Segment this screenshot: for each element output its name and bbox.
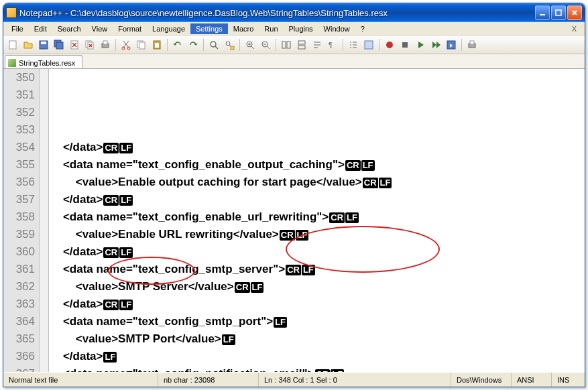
code-line[interactable]: <value>SMTP Port</value>LF	[49, 330, 585, 348]
sync-h-button[interactable]	[295, 38, 308, 52]
line-number: 361	[3, 261, 35, 278]
status-filetype: Normal text file	[3, 373, 158, 387]
tab-active[interactable]: StringTables.resx	[5, 55, 82, 68]
print-button[interactable]	[99, 38, 112, 52]
menu-edit[interactable]: Edit	[29, 23, 52, 34]
code-line[interactable]: </data>LF	[49, 348, 585, 365]
save-button[interactable]	[37, 38, 50, 52]
code-line[interactable]: <data name="text_config_smtp_port">LF	[49, 313, 585, 330]
menu-view[interactable]: View	[86, 23, 113, 34]
code-line[interactable]: <data name="text_config_smtp_server">CRL…	[49, 261, 585, 278]
editor[interactable]: 3503513523533543553563573583593603613623…	[3, 69, 585, 372]
menu-plugins[interactable]: Plugins	[284, 23, 318, 34]
wrap-button[interactable]	[310, 38, 324, 52]
save-macro-button[interactable]	[445, 38, 458, 52]
open-file-button[interactable]	[21, 38, 35, 52]
close-file-button[interactable]	[68, 38, 81, 52]
zoom-in-button[interactable]	[243, 38, 257, 52]
svg-rect-11	[103, 41, 107, 44]
line-number: 354	[3, 139, 35, 156]
code-line[interactable]: </data>CRLF	[49, 243, 585, 261]
code-line[interactable]: <data name="text_config_enable_url_rewri…	[49, 208, 585, 226]
save-all-button[interactable]	[52, 38, 66, 52]
code-area[interactable]: </data>CRLF <data name="text_config_enab…	[49, 69, 585, 372]
sync-v-button[interactable]	[280, 38, 293, 52]
svg-rect-4	[41, 42, 46, 44]
toolbar: ¶	[3, 36, 585, 54]
svg-rect-1	[556, 10, 561, 15]
line-number: 365	[3, 330, 35, 348]
code-line[interactable]: </data>CRLF	[49, 139, 585, 156]
code-line[interactable]: </data>CRLF	[49, 191, 585, 208]
svg-rect-30	[402, 42, 408, 48]
window: Notepad++ - C:\dev\dasblog\source\newtel…	[3, 3, 585, 387]
toolbar-separator	[343, 39, 343, 51]
svg-rect-2	[9, 41, 16, 49]
status-chars: nb char : 23098	[158, 373, 258, 387]
close-button[interactable]	[567, 5, 582, 20]
close-all-button[interactable]	[83, 38, 97, 52]
line-number: 357	[3, 191, 35, 208]
svg-rect-17	[155, 43, 159, 48]
minimize-button[interactable]	[535, 5, 550, 20]
menu-language[interactable]: Language	[147, 23, 190, 34]
maximize-button[interactable]	[551, 5, 566, 20]
code-line[interactable]: <data name="text_config_enable_output_ca…	[49, 156, 585, 174]
code-line[interactable]: </data>CRLF	[49, 296, 585, 313]
find-button[interactable]	[207, 38, 221, 52]
menu-macro[interactable]: Macro	[228, 23, 259, 34]
cut-button[interactable]	[119, 38, 133, 52]
record-macro-button[interactable]	[383, 38, 396, 52]
svg-text:¶: ¶	[329, 42, 332, 49]
all-chars-button[interactable]: ¶	[326, 38, 339, 52]
menu-help[interactable]: ?	[355, 23, 370, 34]
menu-settings[interactable]: Settings	[190, 23, 228, 34]
play-multi-button[interactable]	[429, 38, 443, 52]
tab-label: StringTables.resx	[19, 59, 75, 67]
copy-button[interactable]	[135, 38, 148, 52]
line-number: 351	[3, 86, 35, 104]
status-eol: Dos\Windows	[451, 373, 511, 387]
replace-button[interactable]	[223, 38, 236, 52]
window-title: Notepad++ - C:\dev\dasblog\source\newtel…	[19, 8, 535, 18]
status-insert-mode: INS	[551, 373, 585, 387]
svg-rect-6	[56, 42, 63, 49]
menu-file[interactable]: File	[6, 23, 29, 34]
svg-rect-0	[540, 14, 545, 15]
menu-run[interactable]: Run	[259, 23, 283, 34]
svg-rect-25	[298, 41, 305, 44]
line-number: 358	[3, 208, 35, 226]
menu-search[interactable]: Search	[52, 23, 86, 34]
svg-rect-33	[470, 41, 474, 44]
paste-button[interactable]	[150, 38, 164, 52]
menu-format[interactable]: Format	[113, 23, 147, 34]
code-line[interactable]: <value>Enable output caching for start p…	[49, 174, 585, 191]
toolbar-separator	[239, 39, 240, 51]
code-line[interactable]: <data name="text_config_notification_ema…	[49, 365, 585, 372]
file-icon	[8, 59, 16, 67]
indent-guide-button[interactable]	[347, 38, 360, 52]
statusbar: Normal text file nb char : 23098 Ln : 34…	[3, 372, 585, 387]
toolbar-separator	[379, 39, 379, 51]
titlebar[interactable]: Notepad++ - C:\dev\dasblog\source\newtel…	[3, 3, 585, 22]
code-line[interactable]: <value>SMTP Server</value>CRLF	[49, 278, 585, 296]
new-file-button[interactable]	[6, 38, 19, 52]
redo-button[interactable]	[186, 38, 200, 52]
svg-rect-26	[298, 46, 305, 49]
user-lang-button[interactable]	[362, 38, 375, 52]
code-line[interactable]: <value>Enable URL rewriting</value>CRLF	[49, 226, 585, 243]
zoom-out-button[interactable]	[259, 38, 272, 52]
line-number: 359	[3, 226, 35, 243]
status-encoding: ANSI	[511, 373, 551, 387]
play-macro-button[interactable]	[414, 38, 427, 52]
mdi-close-icon[interactable]: X	[567, 25, 582, 33]
menu-window[interactable]: Window	[318, 23, 355, 34]
line-number-gutter: 3503513523533543553563573583593603613623…	[3, 69, 40, 372]
line-number: 363	[3, 296, 35, 313]
line-number: 353	[3, 121, 35, 139]
fold-margin[interactable]	[40, 69, 49, 372]
print-now-button[interactable]	[465, 38, 479, 52]
undo-button[interactable]	[171, 38, 184, 52]
svg-rect-24	[287, 42, 290, 48]
stop-macro-button[interactable]	[398, 38, 412, 52]
